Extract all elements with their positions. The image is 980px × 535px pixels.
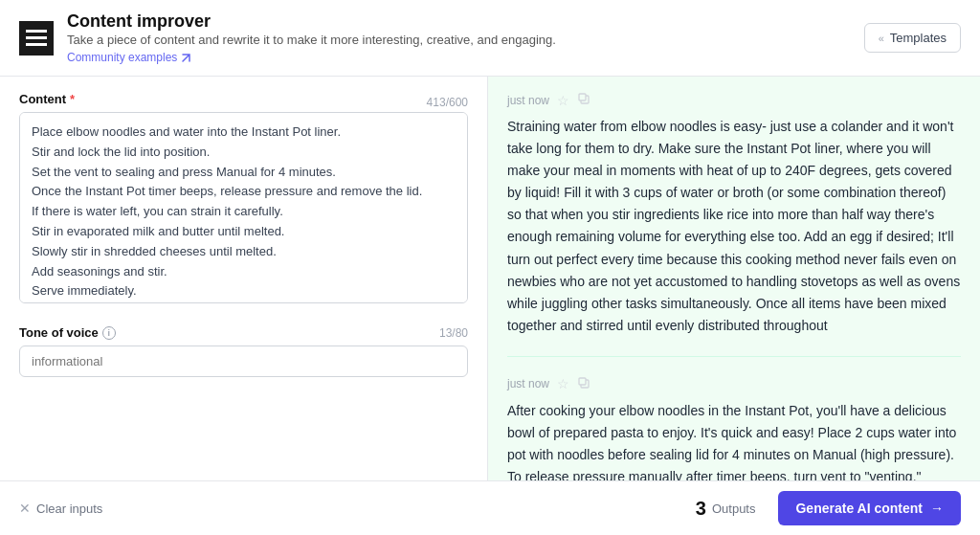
copy-icon-1[interactable] — [577, 92, 590, 108]
content-char-count: 413/600 — [427, 96, 468, 109]
templates-button[interactable]: « Templates — [864, 23, 961, 53]
tone-field-header: Tone of voice i 13/80 — [19, 325, 468, 340]
right-panel: just now ☆ Straining water from elbow no… — [488, 77, 980, 480]
content-textarea[interactable]: Place elbow noodles and water into the I… — [19, 112, 468, 303]
outputs-label: Outputs — [712, 502, 756, 516]
tone-field: Tone of voice i 13/80 informational — [19, 325, 468, 377]
output-time-1: just now — [507, 94, 549, 107]
content-field: Content * 413/600 Place elbow noodles an… — [19, 92, 468, 306]
output-divider — [507, 356, 961, 357]
left-panel: Content * 413/600 Place elbow noodles an… — [0, 77, 488, 480]
output-card-2: just now ☆ After cooking your elbow nood… — [507, 376, 961, 480]
star-icon-1[interactable]: ☆ — [557, 93, 569, 108]
output-meta-1: just now ☆ — [507, 92, 961, 108]
arrow-icon: → — [930, 501, 944, 516]
star-icon-2[interactable]: ☆ — [557, 376, 569, 391]
app-subtitle: Take a piece of content and rewrite it t… — [67, 33, 864, 47]
outputs-count: 3 — [696, 498, 706, 520]
app-header: Content improver Take a piece of content… — [0, 0, 980, 77]
output-time-2: just now — [507, 377, 549, 390]
output-text-1: Straining water from elbow noodles is ea… — [507, 116, 961, 337]
community-link[interactable]: Community examples — [67, 51, 864, 64]
tone-input[interactable]: informational — [19, 346, 468, 377]
external-link-icon — [181, 53, 191, 63]
svg-rect-1 — [579, 94, 586, 100]
outputs-section: 3 Outputs — [696, 498, 756, 520]
content-field-header: Content * 413/600 — [19, 92, 468, 112]
output-meta-2: just now ☆ — [507, 376, 961, 392]
output-card-1: just now ☆ Straining water from elbow no… — [507, 92, 961, 337]
content-label: Content * — [19, 92, 75, 106]
clear-inputs-button[interactable]: ✕ Clear inputs — [19, 495, 102, 522]
output-text-2: After cooking your elbow noodles in the … — [507, 400, 961, 480]
x-icon: ✕ — [19, 501, 31, 516]
tone-char-count: 13/80 — [439, 326, 468, 340]
chevron-left-icon: « — [879, 33, 884, 44]
app-title: Content improver — [67, 11, 864, 32]
generate-button[interactable]: Generate AI content → — [778, 491, 961, 525]
copy-icon-2[interactable] — [577, 376, 590, 392]
header-text: Content improver Take a piece of content… — [67, 11, 864, 64]
tone-label: Tone of voice i — [19, 325, 116, 340]
main-content: Content * 413/600 Place elbow noodles an… — [0, 77, 980, 480]
footer: ✕ Clear inputs 3 Outputs Generate AI con… — [0, 480, 980, 535]
info-icon[interactable]: i — [102, 326, 116, 340]
required-star: * — [70, 92, 75, 106]
svg-rect-3 — [579, 378, 586, 385]
app-logo — [19, 21, 54, 56]
